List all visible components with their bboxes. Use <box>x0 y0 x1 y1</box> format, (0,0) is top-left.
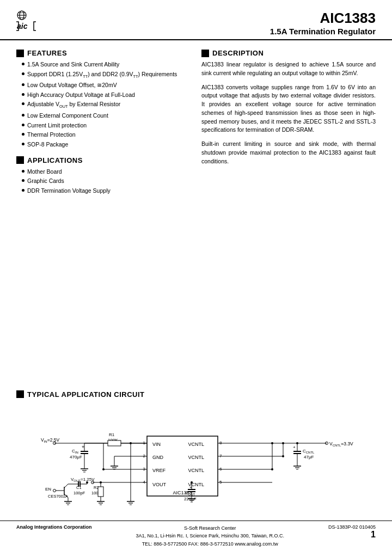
description-header: DESCRIPTION <box>201 49 376 57</box>
circuit-header: TYPICAL APPLICATION CIRCUIT <box>16 390 376 399</box>
desc-para-1: AIC1383 linear regulator is designed to … <box>201 60 376 78</box>
aic-logo-icon: aic <box>16 10 45 32</box>
svg-point-107 <box>271 442 273 444</box>
svg-text:R1: R1 <box>109 432 115 437</box>
features-title: FEATURES <box>27 49 67 57</box>
svg-rect-30 <box>108 440 121 446</box>
svg-point-82 <box>100 481 102 483</box>
page: aic AIC1383 1.5A Termination Regulator F… <box>0 0 392 551</box>
desc-para-2: AIC1383 converts voltage supplies range … <box>201 83 376 135</box>
right-column: DESCRIPTION AIC1383 linear regulator is … <box>201 49 376 385</box>
svg-point-103 <box>282 442 284 444</box>
svg-text:CIN: CIN <box>72 449 78 454</box>
bullet-icon <box>22 124 24 126</box>
features-header: FEATURES <box>16 49 191 57</box>
svg-text:VOUT=1.25V: VOUT=1.25V <box>71 477 95 482</box>
svg-text:VCNTL: VCNTL <box>188 442 204 447</box>
list-item: Support DDR1 (1.25VTT) and DDR2 (0.9VTT)… <box>22 70 191 79</box>
bullet-icon <box>22 93 24 96</box>
list-item: 1.5A Source and Sink Current Ability <box>22 60 191 69</box>
header: aic AIC1383 1.5A Termination Regulator <box>0 0 392 40</box>
bullet-icon <box>22 179 24 182</box>
applications-header: APPLICATIONS <box>16 156 191 164</box>
list-item: DDR Termination Voltage Supply <box>22 187 191 195</box>
svg-text:47μF: 47μF <box>304 455 314 460</box>
svg-text:VIN=2.5V: VIN=2.5V <box>41 437 59 443</box>
svg-point-110 <box>296 442 298 444</box>
svg-text:CES7002A: CES7002A <box>48 494 68 499</box>
svg-text:+: + <box>82 444 84 450</box>
svg-rect-80 <box>98 487 103 497</box>
circuit-svg: VIN VCNTL GND VCNTL VREF VCNTL VOUT VCNT… <box>38 406 354 515</box>
svg-text:VCNTL: VCNTL <box>188 455 204 460</box>
list-item: Graphic Cards <box>22 177 191 185</box>
svg-text:VCNTL=3.3V: VCNTL=3.3V <box>329 441 353 447</box>
svg-text:470μF: 470μF <box>70 455 82 460</box>
chip-subtitle: 1.5A Termination Regulator <box>270 27 376 36</box>
bullet-icon <box>22 114 24 117</box>
svg-text:VCNTL: VCNTL <box>188 468 204 473</box>
svg-text:VOUT: VOUT <box>152 482 167 487</box>
bullet-icon <box>22 189 24 192</box>
footer-company: Analog Integrations Corporation <box>16 524 92 530</box>
list-item: Mother Board <box>22 168 191 176</box>
main-content: FEATURES 1.5A Source and Sink Current Ab… <box>0 40 392 385</box>
svg-point-72 <box>86 481 88 483</box>
list-item: Low External Component Count <box>22 112 191 120</box>
desc-para-3: Built-in current limiting in source and … <box>201 140 376 166</box>
bullet-icon <box>22 133 24 136</box>
svg-text:VREF: VREF <box>152 468 166 473</box>
list-item: Low Output Voltage Offset, ≅20mV <box>22 81 191 89</box>
logo-area: aic <box>16 10 45 32</box>
svg-text:100pF: 100pF <box>74 491 85 495</box>
svg-text:CCNTL: CCNTL <box>303 449 315 454</box>
bullet-icon <box>22 83 24 86</box>
svg-text:GND: GND <box>152 455 164 460</box>
list-item: High Accuracy Output Voltage at Full-Loa… <box>22 91 191 99</box>
list-item: Adjustable VOUT by External Resistor <box>22 100 191 109</box>
circuit-title: TYPICAL APPLICATION CIRCUIT <box>27 390 144 399</box>
svg-text:VIN: VIN <box>152 442 161 447</box>
circuit-square-icon <box>16 390 24 398</box>
bullet-icon <box>22 143 24 145</box>
footer-right: DS-1383P-02 010405 1 <box>328 524 376 540</box>
circuit-diagram: VIN VCNTL GND VCNTL VREF VCNTL VOUT VCNT… <box>16 406 376 515</box>
svg-text:+: + <box>293 445 296 450</box>
list-item: Thermal Protection <box>22 131 191 139</box>
page-number: 1 <box>328 530 376 540</box>
applications-square-icon <box>16 156 24 164</box>
svg-point-88 <box>191 481 193 483</box>
list-item: Current Limit protection <box>22 121 191 130</box>
bullet-icon <box>22 63 24 65</box>
bullet-icon <box>22 102 24 105</box>
description-title: DESCRIPTION <box>212 49 264 57</box>
left-column: FEATURES 1.5A Source and Sink Current Ab… <box>16 49 191 385</box>
applications-list: Mother Board Graphic Cards DDR Terminati… <box>16 168 191 195</box>
svg-point-59 <box>53 489 56 492</box>
description-square-icon <box>201 50 209 57</box>
features-square-icon <box>16 50 24 57</box>
footer-address: S-Soft Research Center 3A1, No.1, Li-Hsi… <box>136 524 284 548</box>
svg-text:EN: EN <box>45 487 51 492</box>
title-area: AIC1383 1.5A Termination Regulator <box>270 10 376 36</box>
features-list: 1.5A Source and Sink Current Ability Sup… <box>16 60 191 149</box>
list-item: SOP-8 Package <box>22 140 191 149</box>
bullet-icon <box>22 170 24 173</box>
chip-title: AIC1383 <box>270 10 376 27</box>
svg-line-62 <box>64 484 68 488</box>
footer: Analog Integrations Corporation S-Soft R… <box>0 521 392 551</box>
bullet-icon <box>22 72 24 75</box>
typical-circuit-section: TYPICAL APPLICATION CIRCUIT VIN VCNTL GN… <box>0 385 392 521</box>
applications-title: APPLICATIONS <box>27 156 83 164</box>
